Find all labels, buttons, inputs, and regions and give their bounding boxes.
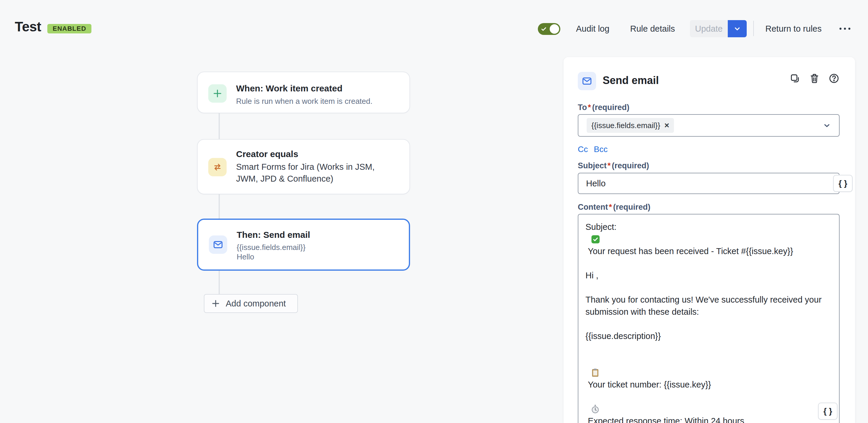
node-subtitle: Rule is run when a work item is created. (236, 95, 372, 107)
node-subtitle: {{issue.fields.email}} (237, 242, 306, 252)
subject-field[interactable]: Hello (578, 173, 840, 194)
panel-title: Send email (602, 74, 659, 87)
content-field-label: Content*(required) (578, 203, 651, 212)
content-line (586, 342, 832, 354)
copy-icon (789, 73, 800, 84)
insert-variable-button[interactable]: { } (833, 175, 852, 192)
check-emoji (591, 235, 600, 244)
update-dropdown-button[interactable] (728, 20, 747, 37)
required-asterisk: * (609, 203, 612, 212)
bcc-link[interactable]: Bcc (594, 144, 608, 154)
update-button[interactable]: Update (690, 20, 728, 37)
cc-link[interactable]: Cc (578, 144, 588, 154)
rule-details-button[interactable]: Rule details (630, 24, 675, 34)
send-email-config-panel: Send email To*(required) {{issue.fields.… (564, 57, 855, 423)
chevron-down-icon (823, 121, 831, 130)
add-component-label: Add component (226, 299, 286, 308)
plus-icon (211, 299, 220, 308)
content-line: {{issue.description}} (586, 330, 832, 342)
question-circle-icon (829, 73, 839, 84)
ellipsis-icon (838, 27, 851, 31)
action-node-selected[interactable]: Then: Send email {{issue.fields.email}} … (197, 219, 410, 271)
trash-icon (809, 73, 820, 84)
required-asterisk: * (588, 103, 591, 112)
trigger-node[interactable]: When: Work item created Rule is run when… (197, 72, 410, 113)
content-line: Subject: Your request has been received … (586, 221, 832, 257)
update-split-button: Update (690, 20, 747, 37)
return-to-rules-button[interactable]: Return to rules (765, 24, 822, 34)
content-textarea[interactable]: Subject: Your request has been received … (578, 214, 840, 423)
cc-bcc-links: Cc Bcc (578, 144, 608, 154)
node-title: When: Work item created (236, 84, 343, 94)
swap-arrows-icon (208, 158, 227, 176)
to-field-label: To*(required) (578, 103, 629, 112)
required-asterisk: * (608, 161, 611, 170)
insert-variable-button[interactable]: { } (818, 402, 838, 420)
add-component-button[interactable]: Add component (204, 294, 298, 313)
to-dropdown-button[interactable] (823, 121, 831, 130)
node-title: Then: Send email (237, 230, 310, 240)
content-line: Hi , (586, 269, 832, 282)
remove-chip-button[interactable]: × (664, 121, 669, 130)
subject-field-label: Subject*(required) (578, 161, 649, 170)
node-subtitle: Hello (237, 252, 254, 261)
node-subtitle: Smart Forms for Jira (Works in JSM, JWM,… (236, 161, 396, 185)
audit-log-button[interactable]: Audit log (576, 24, 610, 34)
email-icon (578, 72, 596, 90)
content-line (586, 257, 832, 269)
rule-enabled-toggle[interactable] (538, 23, 560, 35)
recipient-chip: {{issue.fields.email}} × (587, 118, 674, 133)
content-line (586, 282, 832, 294)
subject-value: Hello (586, 179, 606, 188)
automation-rule-builder: Test ENABLED Audit log Rule details Upda… (0, 0, 868, 423)
content-line (586, 318, 832, 330)
email-icon (209, 235, 227, 254)
chevron-down-icon (734, 25, 741, 33)
check-icon (540, 26, 547, 32)
toggle-knob (550, 24, 559, 34)
content-line: Expected response time: Within 24 hours (586, 391, 832, 423)
clipboard-emoji (591, 368, 599, 377)
help-button[interactable] (828, 73, 840, 84)
node-title: Creator equals (236, 149, 298, 159)
toolbar-divider (753, 21, 754, 36)
page-title: Test (15, 19, 41, 35)
to-field[interactable]: {{issue.fields.email}} × (578, 114, 840, 137)
chip-label: {{issue.fields.email}} (591, 121, 660, 130)
content-line: Your ticket number: {{issue.key}} (586, 354, 832, 391)
condition-node[interactable]: Creator equals Smart Forms for Jira (Wor… (197, 139, 410, 194)
duplicate-button[interactable] (789, 73, 801, 84)
content-line: Thank you for contacting us! We've succe… (586, 294, 832, 318)
stopwatch-emoji (591, 405, 599, 414)
plus-icon (208, 84, 227, 103)
panel-actions (789, 73, 840, 84)
delete-button[interactable] (809, 73, 820, 84)
status-badge: ENABLED (47, 24, 91, 33)
more-actions-button[interactable] (838, 25, 851, 33)
